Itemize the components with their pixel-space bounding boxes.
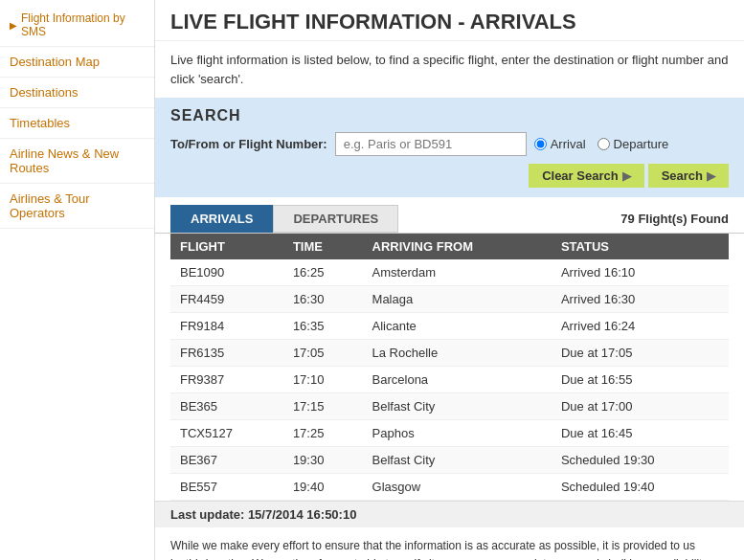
sidebar-item-destination-map[interactable]: Destination Map <box>0 47 154 78</box>
table-header: FLIGHT TIME ARRIVING FROM STATUS <box>170 234 729 259</box>
cell-from: Alicante <box>363 313 552 340</box>
flights-tbody: BE1090 16:25 Amsterdam Arrived 16:10 FR4… <box>170 259 729 501</box>
search-row: To/From or Flight Number: Arrival Depart… <box>170 132 729 188</box>
cell-from: Glasgow <box>363 474 552 501</box>
sidebar-item-flight-info-sms[interactable]: ▶ Flight Information by SMS <box>0 4 154 47</box>
cell-from: Paphos <box>363 420 552 447</box>
search-input[interactable] <box>335 132 527 156</box>
table-row: FR9184 16:35 Alicante Arrived 16:24 <box>170 313 729 340</box>
table-row: BE1090 16:25 Amsterdam Arrived 16:10 <box>170 259 729 286</box>
cell-time: 16:35 <box>283 313 363 340</box>
search-field-label: To/From or Flight Number: <box>170 137 327 151</box>
table-row: FR6135 17:05 La Rochelle Due at 17:05 <box>170 340 729 367</box>
table-row: FR4459 16:30 Malaga Arrived 16:30 <box>170 286 729 313</box>
departure-radio[interactable] <box>597 138 610 150</box>
search-arrow-icon: ▶ <box>707 169 715 183</box>
table-row: FR9387 17:10 Barcelona Due at 16:55 <box>170 367 729 393</box>
cell-flight: FR4459 <box>170 286 283 313</box>
tab-departures[interactable]: DEPARTURES <box>273 205 398 233</box>
table-row: BE365 17:15 Belfast City Due at 17:00 <box>170 393 729 420</box>
cell-status: Due at 16:45 <box>552 420 729 447</box>
last-update: Last update: 15/7/2014 16:50:10 <box>155 501 744 527</box>
cell-from: Amsterdam <box>363 259 552 286</box>
sidebar-item-label: Flight Information by SMS <box>21 11 145 38</box>
sidebar: ▶ Flight Information by SMS Destination … <box>0 0 155 560</box>
arrival-radio-label[interactable]: Arrival <box>534 137 586 151</box>
cell-from: Malaga <box>363 286 552 313</box>
tabs-row: ARRIVALS DEPARTURES 79 Flight(s) Found <box>155 197 744 234</box>
cell-status: Due at 16:55 <box>552 367 729 393</box>
cell-time: 17:05 <box>283 340 363 367</box>
cell-time: 16:30 <box>283 286 363 313</box>
radio-group: Arrival Departure <box>534 137 669 151</box>
clear-search-button[interactable]: Clear Search ▶ <box>529 164 644 188</box>
table-row: BE557 19:40 Glasgow Scheduled 19:40 <box>170 474 729 501</box>
cell-flight: FR6135 <box>170 340 283 367</box>
search-buttons: Clear Search ▶ Search ▶ <box>529 164 729 188</box>
flights-table: FLIGHT TIME ARRIVING FROM STATUS BE1090 … <box>170 234 729 501</box>
sidebar-item-airline-news[interactable]: Airline News & New Routes <box>0 139 154 184</box>
cell-time: 19:40 <box>283 474 363 501</box>
search-title: SEARCH <box>170 107 729 124</box>
cell-status: Due at 17:00 <box>552 393 729 420</box>
sidebar-item-airlines-tour[interactable]: Airlines & Tour Operators <box>0 184 154 229</box>
flights-found: 79 Flight(s) Found <box>620 212 729 226</box>
arrival-radio[interactable] <box>534 138 547 150</box>
cell-from: La Rochelle <box>363 340 552 367</box>
cell-status: Scheduled 19:40 <box>552 474 729 501</box>
main-content: LIVE FLIGHT INFORMATION - ARRIVALS Live … <box>155 0 744 560</box>
col-flight: FLIGHT <box>170 234 283 259</box>
arrow-icon: ▶ <box>10 20 17 31</box>
col-time: TIME <box>283 234 363 259</box>
clear-arrow-icon: ▶ <box>622 169 631 183</box>
cell-flight: BE367 <box>170 447 283 474</box>
cell-flight: FR9184 <box>170 313 283 340</box>
flights-table-wrapper: FLIGHT TIME ARRIVING FROM STATUS BE1090 … <box>155 234 744 501</box>
cell-flight: BE365 <box>170 393 283 420</box>
col-arriving-from: ARRIVING FROM <box>363 234 552 259</box>
cell-time: 16:25 <box>283 259 363 286</box>
cell-from: Belfast City <box>363 393 552 420</box>
cell-status: Arrived 16:24 <box>552 313 729 340</box>
cell-status: Arrived 16:10 <box>552 259 729 286</box>
cell-status: Due at 17:05 <box>552 340 729 367</box>
disclaimer: While we make every effort to ensure tha… <box>155 527 744 560</box>
cell-time: 17:25 <box>283 420 363 447</box>
cell-from: Belfast City <box>363 447 552 474</box>
search-section: SEARCH To/From or Flight Number: Arrival… <box>155 98 744 197</box>
sidebar-item-destinations[interactable]: Destinations <box>0 78 154 108</box>
cell-flight: TCX5127 <box>170 420 283 447</box>
sidebar-item-timetables[interactable]: Timetables <box>0 108 154 139</box>
intro-text: Live flight information is listed below,… <box>155 41 744 98</box>
table-row: TCX5127 17:25 Paphos Due at 16:45 <box>170 420 729 447</box>
cell-status: Scheduled 19:30 <box>552 447 729 474</box>
page-title: LIVE FLIGHT INFORMATION - ARRIVALS <box>155 0 744 41</box>
search-button[interactable]: Search ▶ <box>648 164 729 188</box>
cell-flight: BE1090 <box>170 259 283 286</box>
cell-time: 17:15 <box>283 393 363 420</box>
tabs: ARRIVALS DEPARTURES <box>170 205 398 233</box>
cell-flight: BE557 <box>170 474 283 501</box>
col-status: STATUS <box>552 234 729 259</box>
departure-radio-label[interactable]: Departure <box>597 137 669 151</box>
cell-status: Arrived 16:30 <box>552 286 729 313</box>
cell-flight: FR9387 <box>170 367 283 393</box>
table-row: BE367 19:30 Belfast City Scheduled 19:30 <box>170 447 729 474</box>
cell-from: Barcelona <box>363 367 552 393</box>
cell-time: 19:30 <box>283 447 363 474</box>
cell-time: 17:10 <box>283 367 363 393</box>
tab-arrivals[interactable]: ARRIVALS <box>170 205 273 233</box>
